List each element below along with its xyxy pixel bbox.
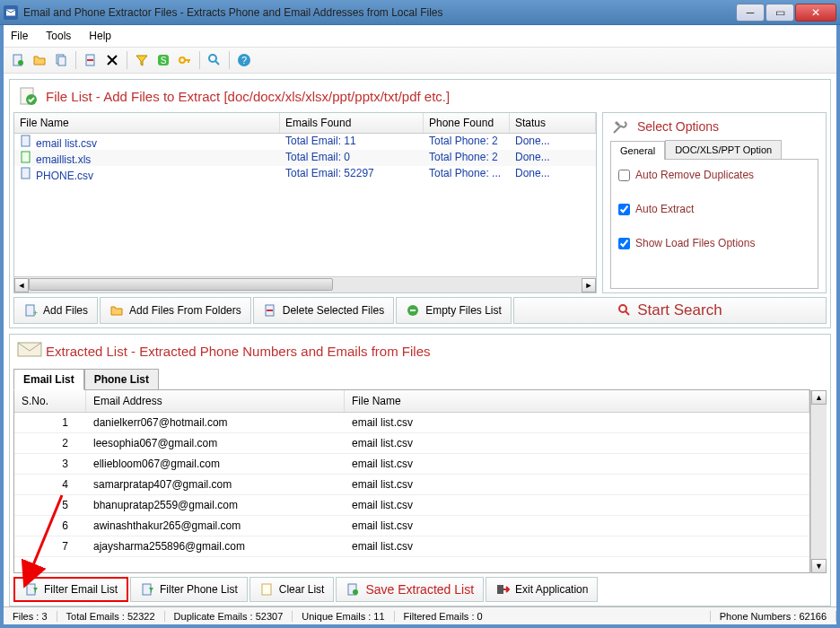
svg-point-30 xyxy=(353,589,358,595)
remove-icon[interactable] xyxy=(82,51,100,69)
col-phone-found[interactable]: Phone Found xyxy=(424,113,510,133)
exit-button[interactable]: Exit Application xyxy=(486,577,598,602)
scroll-left-icon[interactable]: ◄ xyxy=(14,278,29,292)
maximize-button[interactable]: ▭ xyxy=(766,4,794,22)
filelist-panel: File List - Add Files to Extract [doc/do… xyxy=(9,79,831,328)
svg-rect-27 xyxy=(143,584,151,595)
filter-icon[interactable] xyxy=(133,51,151,69)
add-files-button[interactable]: +Add Files xyxy=(13,297,98,324)
auto-remove-checkbox[interactable]: Auto Remove Duplicates xyxy=(618,169,810,181)
svg-rect-17 xyxy=(22,168,30,179)
svg-point-24 xyxy=(619,305,626,312)
horizontal-scrollbar[interactable]: ◄ ► xyxy=(14,276,596,292)
svg-text:+: + xyxy=(33,309,38,318)
status-duplicate: Duplicate Emails : 52307 xyxy=(165,611,293,622)
clear-list-button[interactable]: Clear List xyxy=(249,577,335,602)
skype-icon[interactable]: S xyxy=(154,51,172,69)
delete-icon[interactable] xyxy=(103,51,121,69)
extracted-panel: Extracted List - Extracted Phone Numbers… xyxy=(9,334,831,606)
empty-list-button[interactable]: Empty Files List xyxy=(396,297,512,324)
svg-rect-21 xyxy=(267,310,273,311)
search-icon xyxy=(617,303,632,318)
svg-rect-6 xyxy=(87,59,93,61)
table-row[interactable]: 5bhanupratap2559@gmail.comemail list.csv xyxy=(14,495,809,516)
scroll-down-icon[interactable]: ▼ xyxy=(811,559,827,573)
file-list: File Name Emails Found Phone Found Statu… xyxy=(13,112,597,293)
status-unique: Unique Emails : 11 xyxy=(293,611,394,622)
menu-file[interactable]: File xyxy=(11,30,28,42)
filelist-icon xyxy=(17,85,39,107)
minimize-button[interactable]: ─ xyxy=(736,4,765,22)
status-phones: Phone Numbers : 62166 xyxy=(711,611,836,622)
svg-rect-15 xyxy=(22,135,30,146)
menu-help[interactable]: Help xyxy=(89,30,111,42)
show-load-checkbox[interactable]: Show Load Files Options xyxy=(618,237,810,249)
col-emails-found[interactable]: Emails Found xyxy=(280,113,424,133)
svg-text:?: ? xyxy=(241,55,247,65)
delete-selected-button[interactable]: Delete Selected Files xyxy=(253,297,394,324)
file-icon xyxy=(20,167,34,179)
svg-point-10 xyxy=(209,55,216,62)
extracted-table: S.No. Email Address File Name 1danielker… xyxy=(13,389,810,573)
app-icon xyxy=(4,5,18,20)
table-row[interactable]: 1danielkerr067@hotmail.comemail list.csv xyxy=(14,413,809,433)
file-row[interactable]: emaillist.xls Total Email: 0 Total Phone… xyxy=(14,150,596,166)
tab-phone-list[interactable]: Phone List xyxy=(84,369,159,390)
titlebar[interactable]: Email and Phone Extractor Files - Extrac… xyxy=(0,0,840,25)
add-folder-icon[interactable] xyxy=(31,51,48,69)
filter-phone-button[interactable]: Filter Phone List xyxy=(130,577,248,602)
status-total: Total Emails : 52322 xyxy=(57,611,165,622)
add-file-icon: + xyxy=(23,303,38,318)
clear-icon xyxy=(259,582,274,597)
tab-doc-xls-ppt[interactable]: DOC/XLS/PPT Option xyxy=(665,140,782,159)
filter-email-icon xyxy=(24,582,39,597)
svg-point-2 xyxy=(18,60,23,65)
file-row[interactable]: email list.csv Total Email: 11 Total Pho… xyxy=(14,134,596,150)
add-folders-button[interactable]: Add Files From Folders xyxy=(100,297,251,324)
col-sno[interactable]: S.No. xyxy=(14,390,86,412)
start-search-button[interactable]: Start Search xyxy=(513,297,827,324)
delete-file-icon xyxy=(263,303,277,318)
auto-extract-checkbox[interactable]: Auto Extract xyxy=(618,203,810,215)
help-icon[interactable]: ? xyxy=(235,51,253,69)
scroll-right-icon[interactable]: ► xyxy=(582,278,596,292)
col-email-address[interactable]: Email Address xyxy=(86,390,345,412)
svg-rect-23 xyxy=(410,310,416,311)
options-title: Select Options xyxy=(637,119,719,134)
vertical-scrollbar[interactable]: ▲ ▼ xyxy=(810,390,827,573)
scroll-up-icon[interactable]: ▲ xyxy=(811,390,827,405)
copy-icon[interactable] xyxy=(52,51,70,69)
close-button[interactable]: ✕ xyxy=(795,4,836,22)
save-extracted-button[interactable]: Save Extracted List xyxy=(336,577,484,602)
menubar: File Tools Help xyxy=(4,25,836,47)
file-icon xyxy=(20,135,34,147)
filter-phone-icon xyxy=(140,582,154,597)
tab-general[interactable]: General xyxy=(610,141,665,160)
svg-text:S: S xyxy=(161,56,167,65)
menu-tools[interactable]: Tools xyxy=(46,30,71,42)
key-icon[interactable] xyxy=(176,51,194,69)
status-filtered: Filtered Emails : 0 xyxy=(395,611,711,622)
statusbar: Files : 3 Total Emails : 52322 Duplicate… xyxy=(4,606,836,624)
col-filename[interactable]: File Name xyxy=(14,113,280,133)
svg-rect-28 xyxy=(262,584,271,595)
add-file-icon[interactable] xyxy=(9,51,27,69)
table-row[interactable]: 2leesophia067@gmail.comemail list.csv xyxy=(14,433,809,454)
col-file-name[interactable]: File Name xyxy=(345,390,809,412)
svg-point-9 xyxy=(179,57,185,63)
envelope-icon xyxy=(17,340,39,362)
status-files: Files : 3 xyxy=(4,611,57,622)
file-row[interactable]: PHONE.csv Total Email: 52297 Total Phone… xyxy=(14,166,596,182)
table-row[interactable]: 7ajaysharma255896@gmail.comemail list.cs… xyxy=(14,536,809,557)
svg-rect-4 xyxy=(58,57,66,65)
table-row[interactable]: 3elliebloom067@gmail.comemail list.csv xyxy=(14,454,809,475)
search-icon[interactable] xyxy=(206,51,223,69)
filter-email-button[interactable]: Filter Email List xyxy=(13,577,128,602)
xls-icon xyxy=(20,151,34,163)
table-row[interactable]: 6awinashthakur265@gmail.comemail list.cs… xyxy=(14,516,809,536)
col-status[interactable]: Status xyxy=(510,113,596,133)
tab-email-list[interactable]: Email List xyxy=(13,369,84,390)
window-title: Email and Phone Extractor Files - Extrac… xyxy=(23,6,736,19)
svg-rect-31 xyxy=(497,585,503,594)
table-row[interactable]: 4samarpratap407@gmail.comemail list.csv xyxy=(14,475,809,495)
